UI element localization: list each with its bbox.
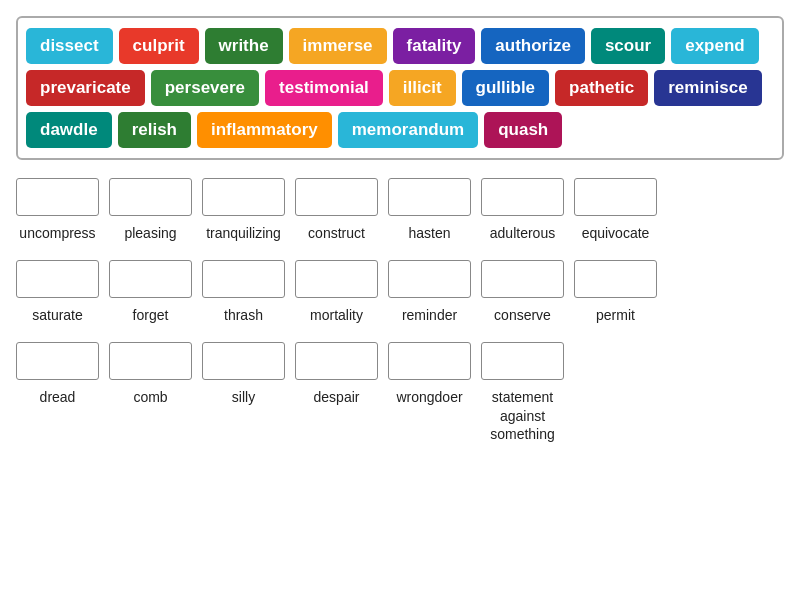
label-row: saturateforgetthrashmortalityremindercon… <box>16 306 784 324</box>
label-cell-section2-3: mortality <box>295 306 378 324</box>
answer-input-section1-0[interactable] <box>16 178 99 216</box>
input-row <box>16 342 784 380</box>
word-tile-dissect[interactable]: dissect <box>26 28 113 64</box>
input-row <box>16 178 784 216</box>
label-cell-section1-6: equivocate <box>574 224 657 242</box>
answer-input-section2-0[interactable] <box>16 260 99 298</box>
answer-input-section1-4[interactable] <box>388 178 471 216</box>
word-tile-illicit[interactable]: illicit <box>389 70 456 106</box>
word-tile-fatality[interactable]: fatality <box>393 28 476 64</box>
answer-input-section2-2[interactable] <box>202 260 285 298</box>
answer-input-section2-3[interactable] <box>295 260 378 298</box>
answer-input-section2-1[interactable] <box>109 260 192 298</box>
label-cell-section1-3: construct <box>295 224 378 242</box>
input-row <box>16 260 784 298</box>
label-cell-section3-0: dread <box>16 388 99 443</box>
word-tile-persevere[interactable]: persevere <box>151 70 259 106</box>
word-tile-dawdle[interactable]: dawdle <box>26 112 112 148</box>
label-cell-section1-5: adulterous <box>481 224 564 242</box>
answer-input-section1-1[interactable] <box>109 178 192 216</box>
answer-input-section3-3[interactable] <box>295 342 378 380</box>
label-cell-section1-2: tranquilizing <box>202 224 285 242</box>
answer-input-section1-2[interactable] <box>202 178 285 216</box>
word-tile-writhe[interactable]: writhe <box>205 28 283 64</box>
label-cell-section2-0: saturate <box>16 306 99 324</box>
word-tile-inflammatory[interactable]: inflammatory <box>197 112 332 148</box>
word-tile-testimonial[interactable]: testimonial <box>265 70 383 106</box>
label-row: dreadcombsillydespairwrongdoerstatement … <box>16 388 784 443</box>
word-tile-scour[interactable]: scour <box>591 28 665 64</box>
answer-input-section1-3[interactable] <box>295 178 378 216</box>
word-tile-immerse[interactable]: immerse <box>289 28 387 64</box>
label-cell-section1-4: hasten <box>388 224 471 242</box>
answer-input-section3-2[interactable] <box>202 342 285 380</box>
label-cell-section1-0: uncompress <box>16 224 99 242</box>
label-row: uncompresspleasingtranquilizingconstruct… <box>16 224 784 242</box>
word-tile-prevaricate[interactable]: prevaricate <box>26 70 145 106</box>
answer-input-section3-1[interactable] <box>109 342 192 380</box>
answer-input-section3-0[interactable] <box>16 342 99 380</box>
label-cell-section3-3: despair <box>295 388 378 443</box>
word-tile-expend[interactable]: expend <box>671 28 759 64</box>
match-section-section3: dreadcombsillydespairwrongdoerstatement … <box>16 342 784 443</box>
answer-input-section2-5[interactable] <box>481 260 564 298</box>
label-cell-section2-4: reminder <box>388 306 471 324</box>
label-cell-section1-1: pleasing <box>109 224 192 242</box>
label-cell-section3-4: wrongdoer <box>388 388 471 443</box>
label-cell-section3-5: statement against something <box>481 388 564 443</box>
sections-container: uncompresspleasingtranquilizingconstruct… <box>16 178 784 443</box>
word-tile-quash[interactable]: quash <box>484 112 562 148</box>
answer-input-section3-4[interactable] <box>388 342 471 380</box>
word-tile-reminisce[interactable]: reminisce <box>654 70 761 106</box>
answer-input-section2-6[interactable] <box>574 260 657 298</box>
label-cell-section2-6: permit <box>574 306 657 324</box>
label-cell-section2-5: conserve <box>481 306 564 324</box>
word-bank: dissectculpritwritheimmersefatalityautho… <box>16 16 784 160</box>
word-tile-authorize[interactable]: authorize <box>481 28 585 64</box>
word-tile-relish[interactable]: relish <box>118 112 191 148</box>
word-tile-culprit[interactable]: culprit <box>119 28 199 64</box>
label-cell-section2-1: forget <box>109 306 192 324</box>
answer-input-section2-4[interactable] <box>388 260 471 298</box>
word-tile-memorandum[interactable]: memorandum <box>338 112 478 148</box>
answer-input-section1-6[interactable] <box>574 178 657 216</box>
answer-input-section1-5[interactable] <box>481 178 564 216</box>
label-cell-section2-2: thrash <box>202 306 285 324</box>
match-section-section2: saturateforgetthrashmortalityremindercon… <box>16 260 784 324</box>
word-tile-pathetic[interactable]: pathetic <box>555 70 648 106</box>
match-section-section1: uncompresspleasingtranquilizingconstruct… <box>16 178 784 242</box>
label-cell-section3-1: comb <box>109 388 192 443</box>
label-cell-section3-2: silly <box>202 388 285 443</box>
answer-input-section3-5[interactable] <box>481 342 564 380</box>
word-tile-gullible[interactable]: gullible <box>462 70 550 106</box>
